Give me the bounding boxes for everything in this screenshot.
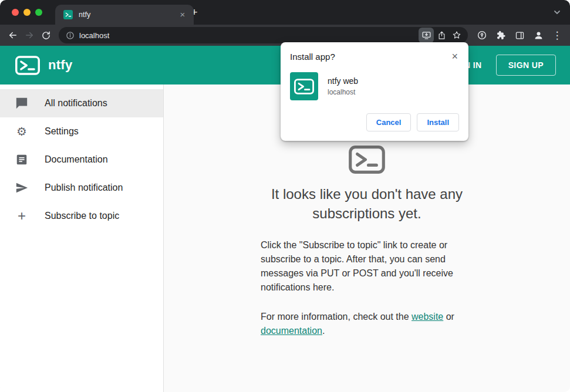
dialog-app-origin: localhost [328, 88, 358, 96]
sidebar-item-subscribe-to-topic[interactable]: + Subscribe to topic [0, 202, 163, 230]
sidebar-item-settings[interactable]: ⚙ Settings [0, 117, 163, 146]
documentation-link[interactable]: documentation [261, 326, 322, 336]
send-icon [15, 181, 29, 195]
minimize-window-button[interactable] [23, 9, 31, 16]
install-app-icon[interactable] [419, 28, 434, 43]
extensions-puzzle-icon[interactable] [493, 27, 509, 43]
sidebar-item-publish-notification[interactable]: Publish notification [0, 174, 163, 202]
side-panel-icon[interactable] [511, 27, 528, 43]
sidebar-item-label: Subscribe to topic [45, 211, 119, 221]
browser-window: ntfy × + localhost [0, 0, 570, 392]
empty-state-paragraph: Click the "Subscribe to topic" link to c… [261, 238, 473, 295]
website-link[interactable]: website [412, 312, 443, 322]
sidebar-item-label: Documentation [45, 154, 108, 165]
password-manager-extension-icon[interactable] [474, 27, 490, 43]
sidebar-item-label: All notifications [45, 98, 107, 109]
dialog-app-name: ntfy web [328, 76, 358, 86]
dialog-close-icon[interactable]: × [450, 52, 459, 61]
more-info-prefix: For more information, check out the [261, 312, 412, 322]
zoom-window-button[interactable] [35, 9, 42, 16]
sidebar-item-label: Publish notification [45, 183, 123, 193]
profile-avatar-icon[interactable] [530, 27, 547, 43]
bookmark-star-icon[interactable] [449, 28, 464, 43]
more-info-suffix: . [322, 326, 325, 336]
tab-title: ntfy [79, 11, 177, 19]
install-app-dialog: Install app? × ntfy web localhost Cancel… [281, 42, 468, 141]
plus-icon: + [15, 209, 29, 223]
empty-state: It looks like you don't have any subscri… [261, 146, 473, 392]
sidebar-item-label: Settings [45, 126, 79, 137]
tab-search-chevron-icon[interactable] [552, 8, 562, 19]
ntfy-app-icon [290, 72, 318, 100]
dialog-title: Install app? [290, 52, 450, 62]
browser-menu-kebab-icon[interactable]: ⋮ [549, 27, 565, 43]
cancel-button[interactable]: Cancel [366, 113, 412, 131]
empty-state-heading: It looks like you don't have any subscri… [261, 184, 473, 223]
share-icon[interactable] [434, 28, 449, 43]
forward-icon[interactable] [21, 27, 38, 43]
ntfy-empty-state-logo-icon [349, 165, 385, 175]
close-window-button[interactable] [12, 9, 19, 16]
brand-name: ntfy [48, 58, 73, 73]
sign-up-button[interactable]: SIGN UP [496, 55, 556, 76]
more-info-middle: or [443, 312, 454, 322]
ntfy-logo-icon [15, 56, 40, 75]
sidebar-item-documentation[interactable]: Documentation [0, 146, 163, 174]
chat-icon [15, 96, 29, 110]
address-bar[interactable]: localhost [59, 27, 468, 43]
article-icon [15, 153, 29, 167]
url-text[interactable]: localhost [79, 31, 419, 40]
toolbar-right-icons: ⋮ [473, 27, 565, 43]
tab-close-icon[interactable]: × [177, 9, 188, 20]
gear-icon: ⚙ [15, 124, 29, 138]
sidebar-item-all-notifications[interactable]: All notifications [0, 89, 163, 117]
install-button[interactable]: Install [417, 113, 459, 131]
empty-state-more-info: For more information, check out the webs… [261, 310, 473, 338]
site-info-icon[interactable] [66, 31, 75, 40]
titlebar: ntfy × + [0, 0, 570, 25]
back-icon[interactable] [5, 27, 21, 43]
reload-icon[interactable] [38, 27, 54, 43]
ntfy-favicon-icon [63, 10, 73, 19]
sidebar: All notifications ⚙ Settings Documentati… [0, 85, 164, 392]
browser-tab[interactable]: ntfy × [55, 5, 194, 25]
window-controls [0, 9, 42, 16]
